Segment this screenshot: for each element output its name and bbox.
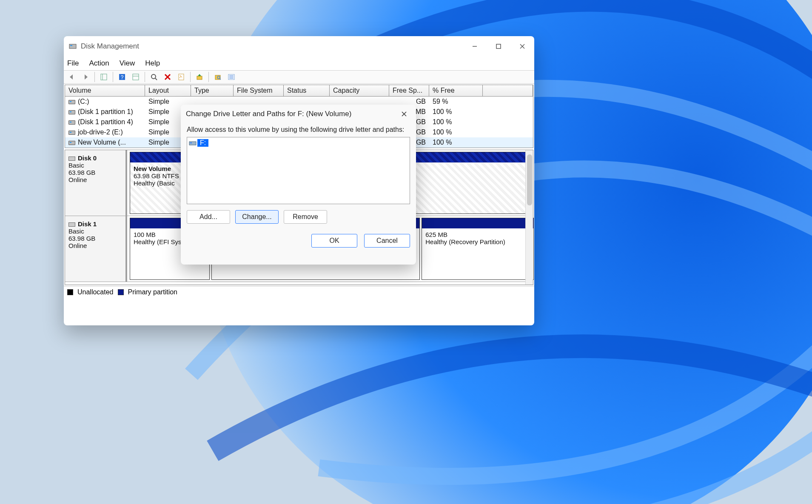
svg-point-14 xyxy=(151,74,156,79)
menubar: File Action View Help xyxy=(64,57,534,70)
disk-label[interactable]: Disk 1Basic63.98 GBOnline xyxy=(65,216,127,282)
header-pct-free[interactable]: % Free xyxy=(429,85,483,96)
header-volume[interactable]: Volume xyxy=(65,85,145,96)
window-title: Disk Management xyxy=(81,42,139,51)
find-button[interactable] xyxy=(212,71,223,83)
change-drive-letter-dialog: Change Drive Letter and Paths for F: (Ne… xyxy=(181,105,416,265)
svg-line-15 xyxy=(155,78,157,80)
svg-rect-20 xyxy=(215,75,220,80)
svg-rect-2 xyxy=(69,44,76,48)
list-button[interactable] xyxy=(226,71,237,83)
legend-label-unallocated: Unallocated xyxy=(77,288,114,296)
minimize-button[interactable] xyxy=(463,36,487,57)
legend-swatch-primary xyxy=(118,289,124,295)
header-spacer xyxy=(483,85,533,96)
forward-button[interactable] xyxy=(80,71,91,83)
dialog-titlebar: Change Drive Letter and Paths for F: (Ne… xyxy=(181,105,416,123)
dialog-title: Change Drive Letter and Paths for F: (Ne… xyxy=(186,110,351,118)
action-pane-button[interactable] xyxy=(130,71,141,83)
menu-file[interactable]: File xyxy=(67,59,79,68)
maximize-button[interactable] xyxy=(487,36,510,57)
back-button[interactable] xyxy=(66,71,77,83)
dialog-close-button[interactable] xyxy=(397,107,411,121)
explore-button[interactable] xyxy=(148,71,160,83)
titlebar: Disk Management xyxy=(64,36,534,57)
disk-label[interactable]: Disk 0Basic63.98 GBOnline xyxy=(65,150,127,216)
help-button[interactable]: ? xyxy=(117,71,128,83)
up-button[interactable] xyxy=(194,71,205,83)
menu-view[interactable]: View xyxy=(120,59,135,68)
dialog-paths-list[interactable]: F: xyxy=(187,137,410,204)
legend-swatch-unallocated xyxy=(67,289,73,295)
svg-rect-30 xyxy=(190,142,192,143)
svg-rect-8 xyxy=(101,74,107,80)
show-hide-console-tree-button[interactable] xyxy=(98,71,109,83)
svg-rect-3 xyxy=(70,45,72,46)
header-type[interactable]: Type xyxy=(191,85,234,96)
header-free[interactable]: Free Sp... xyxy=(389,85,429,96)
svg-rect-12 xyxy=(133,74,139,80)
volume-grid-header: Volume Layout Type File System Status Ca… xyxy=(65,85,533,97)
drive-icon xyxy=(189,139,197,146)
svg-rect-18 xyxy=(179,74,184,80)
properties-button[interactable] xyxy=(176,71,187,83)
menu-action[interactable]: Action xyxy=(89,59,109,68)
header-filesystem[interactable]: File System xyxy=(234,85,284,96)
header-status[interactable]: Status xyxy=(284,85,330,96)
svg-text:?: ? xyxy=(121,74,124,80)
change-button[interactable]: Change... xyxy=(235,210,279,224)
header-capacity[interactable]: Capacity xyxy=(330,85,389,96)
toolbar: ? xyxy=(64,70,534,84)
legend-label-primary: Primary partition xyxy=(128,288,177,296)
menu-help[interactable]: Help xyxy=(145,59,160,68)
app-icon xyxy=(69,43,77,50)
partition[interactable]: 625 MBHealthy (Recovery Partition) xyxy=(422,218,534,280)
close-button[interactable] xyxy=(510,36,534,57)
add-button[interactable]: Add... xyxy=(187,210,230,224)
cancel-button[interactable]: Cancel xyxy=(364,234,410,248)
disk-scrollbar[interactable] xyxy=(525,150,533,285)
svg-rect-19 xyxy=(197,76,202,80)
legend: Unallocated Primary partition xyxy=(64,286,534,298)
ok-button[interactable]: OK xyxy=(311,234,357,248)
delete-button[interactable] xyxy=(162,71,173,83)
dialog-text: Allow access to this volume by using the… xyxy=(181,123,416,137)
remove-button[interactable]: Remove xyxy=(284,210,327,224)
disk-scroll-thumb[interactable] xyxy=(527,154,532,205)
dialog-list-item[interactable]: F: xyxy=(197,139,208,147)
svg-rect-5 xyxy=(496,44,501,48)
header-layout[interactable]: Layout xyxy=(145,85,191,96)
